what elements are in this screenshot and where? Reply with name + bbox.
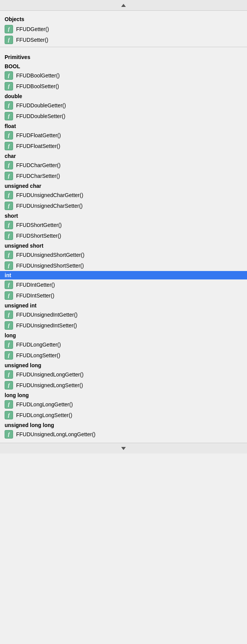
list-item[interactable]: f FFUDUnsignedCharSetter() [0, 200, 247, 211]
function-icon: f [5, 161, 13, 169]
function-icon: f [5, 310, 13, 319]
item-label: FFUDBoolSetter() [16, 83, 59, 89]
item-label: FFUDUnsignedShortSetter() [16, 263, 84, 269]
item-label: FFUDGetter() [16, 26, 49, 32]
primitives-section: Primitives BOOL f FFUDBoolGetter() f FFU… [0, 49, 247, 440]
function-icon: f [5, 191, 13, 199]
item-label: FFUDUnsignedLongLongGetter() [16, 431, 96, 437]
list-item[interactable]: f FFUDFloatSetter() [0, 141, 247, 151]
list-item[interactable]: f FFUDIntSetter() [0, 290, 247, 301]
item-label: FFUDUnsignedCharGetter() [16, 192, 83, 198]
type-header-unsigned-long-long: unsigned long long [0, 421, 247, 429]
function-icon: f [5, 370, 13, 379]
function-icon: f [5, 291, 13, 300]
function-icon: f [5, 400, 13, 409]
list-item[interactable]: f FFUDDoubleGetter() [0, 100, 247, 111]
type-header-short: short [0, 211, 247, 220]
objects-header: Objects [0, 14, 247, 24]
item-label: FFUDFloatGetter() [16, 132, 61, 138]
item-label: FFUDShortSetter() [16, 233, 61, 239]
list-item[interactable]: f FFUDIntGetter() [0, 279, 247, 290]
item-label: FFUDLongGetter() [16, 342, 61, 348]
item-label: FFUDSetter() [16, 37, 48, 43]
list-item[interactable]: f FFUDGetter() [0, 24, 247, 34]
item-label: FFUDUnsignedLongGetter() [16, 371, 84, 378]
function-icon: f [5, 202, 13, 210]
list-item[interactable]: f FFUDUnsignedShortSetter() [0, 260, 247, 271]
objects-section: Objects f FFUDGetter() f FFUDSetter() [0, 11, 247, 45]
function-icon: f [5, 112, 13, 120]
function-icon: f [5, 221, 13, 229]
list-item[interactable]: f FFUDLongLongGetter() [0, 399, 247, 410]
type-header-long: long [0, 331, 247, 339]
list-item[interactable]: f FFUDBoolSetter() [0, 81, 247, 92]
scroll-up-arrow[interactable] [0, 0, 247, 11]
function-icon: f [5, 71, 13, 80]
item-label: FFUDCharGetter() [16, 162, 61, 168]
list-item[interactable]: f FFUDShortSetter() [0, 230, 247, 241]
function-icon: f [5, 101, 13, 110]
type-header-unsigned-short: unsigned short [0, 241, 247, 250]
item-label: FFUDUnsignedLongSetter() [16, 382, 83, 388]
list-item[interactable]: f FFUDCharGetter() [0, 160, 247, 171]
list-item[interactable]: f FFUDUnsignedLongSetter() [0, 380, 247, 391]
function-icon: f [5, 340, 13, 349]
function-icon: f [5, 232, 13, 240]
list-item[interactable]: f FFUDLongGetter() [0, 339, 247, 350]
list-item[interactable]: f FFUDLongLongSetter() [0, 410, 247, 421]
scroll-down-arrow[interactable] [0, 443, 247, 453]
type-header-bool: BOOL [0, 62, 247, 70]
type-header-unsigned-int: unsigned int [0, 301, 247, 309]
function-icon: f [5, 381, 13, 389]
list-item[interactable]: f FFUDBoolGetter() [0, 70, 247, 81]
type-header-int[interactable]: int [0, 271, 247, 279]
down-arrow-icon [121, 447, 126, 450]
list-item[interactable]: f FFUDUnsignedIntSetter() [0, 320, 247, 331]
item-label: FFUDCharSetter() [16, 173, 60, 179]
type-header-long-long: long long [0, 391, 247, 399]
item-label: FFUDDoubleSetter() [16, 113, 65, 119]
list-item[interactable]: f FFUDUnsignedLongLongGetter() [0, 429, 247, 440]
type-header-double: double [0, 92, 247, 100]
function-icon: f [5, 411, 13, 419]
function-icon: f [5, 321, 13, 330]
type-header-float: float [0, 122, 247, 130]
function-icon: f [5, 281, 13, 289]
item-label: FFUDUnsignedIntSetter() [16, 322, 77, 329]
list-item[interactable]: f FFUDUnsignedCharGetter() [0, 190, 247, 200]
function-icon: f [5, 36, 13, 44]
function-icon: f [5, 131, 13, 140]
up-arrow-icon [121, 4, 126, 7]
function-icon: f [5, 261, 13, 270]
item-label: FFUDIntSetter() [16, 292, 54, 299]
item-label: FFUDLongLongSetter() [16, 412, 72, 418]
list-item[interactable]: f FFUDSetter() [0, 34, 247, 45]
section-divider [0, 47, 247, 47]
item-label: FFUDDoubleGetter() [16, 102, 66, 108]
function-icon: f [5, 172, 13, 180]
item-label: FFUDLongSetter() [16, 352, 60, 358]
function-icon: f [5, 351, 13, 360]
list-item[interactable]: f FFUDUnsignedLongGetter() [0, 369, 247, 380]
item-label: FFUDBoolGetter() [16, 72, 60, 79]
item-label: FFUDLongLongGetter() [16, 401, 73, 407]
item-label: FFUDIntGetter() [16, 282, 55, 288]
primitives-header: Primitives [0, 52, 247, 62]
list-item[interactable]: f FFUDUnsignedIntGetter() [0, 309, 247, 320]
list-item[interactable]: f FFUDLongSetter() [0, 350, 247, 361]
list-item[interactable]: f FFUDDoubleSetter() [0, 111, 247, 122]
list-item[interactable]: f FFUDUnsignedShortGetter() [0, 250, 247, 260]
function-icon: f [5, 82, 13, 90]
type-header-unsigned-long: unsigned long [0, 361, 247, 369]
function-icon: f [5, 142, 13, 150]
function-icon: f [5, 251, 13, 259]
list-item[interactable]: f FFUDShortGetter() [0, 220, 247, 230]
item-label: FFUDUnsignedShortGetter() [16, 252, 84, 258]
item-label: FFUDUnsignedIntGetter() [16, 312, 77, 318]
type-header-unsigned-char: unsigned char [0, 181, 247, 190]
item-label: FFUDUnsignedCharSetter() [16, 203, 83, 209]
function-icon: f [5, 430, 13, 439]
type-header-char: char [0, 151, 247, 160]
list-item[interactable]: f FFUDCharSetter() [0, 171, 247, 181]
list-item[interactable]: f FFUDFloatGetter() [0, 130, 247, 141]
